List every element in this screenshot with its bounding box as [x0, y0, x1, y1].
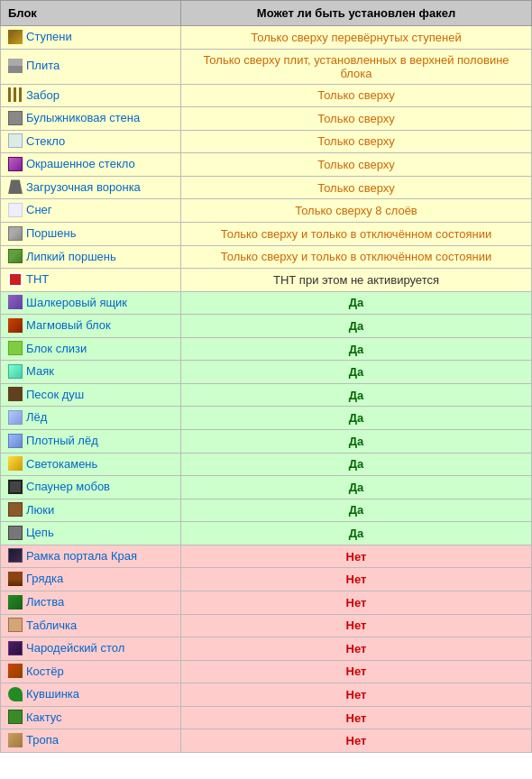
condition-cell: Да	[181, 337, 532, 361]
block-cell: Плита	[1, 49, 181, 84]
block-icon	[8, 30, 23, 44]
table-row: СнегТолько сверху 8 слоёв	[1, 199, 532, 223]
block-cell: Загрузочная воронка	[1, 176, 181, 199]
table-row: СтупениТолько сверху перевёрнутых ступен…	[1, 26, 532, 50]
condition-cell: Нет	[181, 660, 532, 683]
table-row: ЦепьДа	[1, 522, 532, 545]
block-name: Магмовый блок	[26, 318, 111, 332]
condition-cell: Да	[181, 361, 532, 384]
block-icon	[8, 59, 23, 73]
block-cell: Чародейский стол	[1, 637, 181, 661]
block-cell: Ступени	[1, 26, 181, 50]
table-row: ЛёдДа	[1, 407, 532, 430]
block-name: Окрашенное стекло	[26, 157, 135, 170]
block-cell: Магмовый блок	[1, 315, 181, 338]
table-row: ПоршеньТолько сверху и только в отключён…	[1, 222, 532, 245]
block-cell: Маяк	[1, 361, 181, 384]
block-cell: Булыжниковая стена	[1, 107, 181, 131]
block-icon	[8, 87, 23, 102]
condition-cell: Да	[181, 430, 532, 454]
condition-cell: Нет	[181, 568, 532, 591]
block-icon	[8, 456, 23, 471]
block-icon	[8, 179, 23, 194]
block-icon	[8, 710, 23, 724]
block-icon	[8, 341, 23, 355]
condition-cell: Только сверху	[181, 153, 532, 177]
condition-cell: Нет	[181, 683, 532, 707]
table-row: СветокаменьДа	[1, 453, 532, 476]
block-cell: Окрашенное стекло	[1, 153, 181, 177]
block-icon	[8, 111, 23, 125]
block-icon	[8, 226, 23, 241]
block-icon	[8, 272, 23, 287]
table-row: КостёрНет	[1, 660, 532, 683]
block-cell: Шалкеровый ящик	[1, 291, 181, 315]
condition-cell: Только сверху	[181, 176, 532, 199]
block-cell: Кувшинка	[1, 683, 181, 707]
block-icon	[8, 526, 23, 540]
condition-cell: Только сверху и только в отключённом сос…	[181, 245, 532, 269]
block-name: Лёд	[26, 410, 47, 424]
table-row: ТропаНет	[1, 729, 532, 753]
block-icon	[8, 295, 23, 309]
table-row: Песок душДа	[1, 383, 532, 407]
block-icon	[8, 387, 23, 401]
condition-cell: Нет	[181, 637, 532, 661]
block-cell: Песок душ	[1, 383, 181, 407]
table-row: Загрузочная воронкаТолько сверху	[1, 176, 532, 199]
block-name: Грядка	[26, 572, 63, 585]
block-icon	[8, 364, 23, 379]
block-cell: Рамка портала Края	[1, 545, 181, 568]
block-name: Маяк	[26, 364, 54, 378]
table-row: Булыжниковая стенаТолько сверху	[1, 107, 532, 131]
block-cell: ТНТ	[1, 269, 181, 292]
table-row: КактусНет	[1, 706, 532, 729]
block-name: Кактус	[26, 710, 62, 724]
block-name: Табличка	[26, 619, 77, 632]
block-name: Забор	[26, 88, 60, 102]
condition-cell: Нет	[181, 706, 532, 729]
condition-cell: Только сверху	[181, 84, 532, 107]
block-name: Люки	[26, 503, 54, 517]
block-name: Поршень	[26, 226, 76, 240]
condition-cell: Да	[181, 315, 532, 338]
header-block: Блок	[1, 1, 181, 26]
table-row: СтеклоТолько сверху	[1, 130, 532, 153]
condition-cell: Да	[181, 291, 532, 315]
block-name: Спаунер мобов	[26, 480, 110, 493]
block-cell: Костёр	[1, 660, 181, 683]
block-name: Цепь	[26, 526, 54, 539]
block-icon	[8, 548, 23, 563]
block-icon	[8, 480, 23, 494]
condition-cell: Нет	[181, 729, 532, 753]
table-row: ЛистваНет	[1, 591, 532, 614]
block-cell: Листва	[1, 591, 181, 614]
header-torch: Может ли быть установлен факел	[181, 1, 532, 26]
condition-cell: ТНТ при этом не активируется	[181, 269, 532, 292]
block-name: Булыжниковая стена	[26, 111, 140, 124]
condition-cell: Только сверху перевёрнутых ступеней	[181, 26, 532, 50]
block-name: Рамка портала Края	[26, 549, 137, 563]
condition-cell: Только сверху плит, установленных в верх…	[181, 49, 532, 84]
table-row: Спаунер мобовДа	[1, 476, 532, 499]
condition-cell: Нет	[181, 545, 532, 568]
block-cell: Забор	[1, 84, 181, 107]
table-row: Окрашенное стеклоТолько сверху	[1, 153, 532, 177]
block-icon	[8, 249, 23, 263]
block-icon	[8, 687, 23, 701]
table-row: Шалкеровый ящикДа	[1, 291, 532, 315]
block-cell: Плотный лёд	[1, 430, 181, 454]
block-name: Светокамень	[26, 457, 97, 471]
table-row: ПлитаТолько сверху плит, установленных в…	[1, 49, 532, 84]
block-name: Чародейский стол	[26, 641, 124, 655]
block-name: Ступени	[26, 30, 72, 43]
block-cell: Блок слизи	[1, 337, 181, 361]
table-row: Плотный лёдДа	[1, 430, 532, 454]
block-icon	[8, 133, 23, 148]
block-name: Кувшинка	[26, 687, 79, 701]
block-icon	[8, 641, 23, 655]
block-name: Шалкеровый ящик	[26, 296, 127, 309]
block-name: Загрузочная воронка	[26, 180, 141, 194]
block-name: Плотный лёд	[26, 434, 98, 447]
block-name: Костёр	[26, 664, 64, 678]
